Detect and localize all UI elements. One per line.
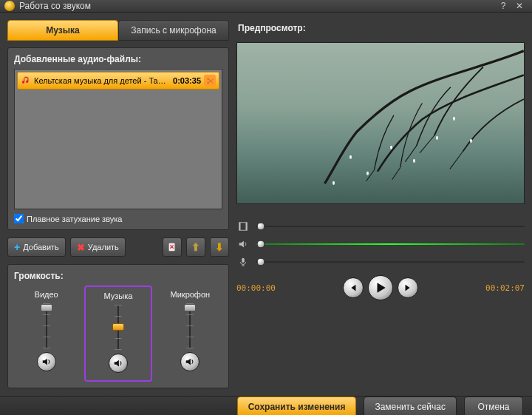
audio-file-duration: 0:03:35 [173,76,201,85]
volume-video-slider[interactable] [39,303,54,348]
preview-heading: Предпросмотр: [236,20,525,36]
volume-music-column: Музыка [84,286,151,382]
tab-microphone[interactable]: Запись с микрофона [118,20,229,41]
left-column: Музыка Запись с микрофона Добавленные ау… [7,20,229,388]
remove-file-button[interactable] [163,237,182,257]
volume-music-thumb[interactable] [112,323,124,331]
volume-mic-slider[interactable] [183,303,197,348]
audio-timeline-knob[interactable] [257,240,265,249]
video-preview[interactable] [236,42,525,204]
volume-music-label: Музыка [104,291,133,300]
tab-bar: Музыка Запись с микрофона [7,20,229,41]
file-buttons-row: + Добавить ✖ Удалить ⬆ ⬇ [7,237,229,257]
next-button[interactable] [398,277,418,298]
video-timeline-knob[interactable] [257,223,265,231]
audio-timeline-slider[interactable] [256,240,525,248]
audio-file-row[interactable]: Кельтская музыка для детей - Танец-ht...… [17,72,219,90]
files-panel: Добавленные аудио-файлы: Кельтская музык… [7,47,229,230]
video-track-row [236,220,525,232]
volume-panel: Громкость: Видео [7,264,229,388]
files-heading: Добавленные аудио-файлы: [14,54,222,64]
plus-icon: + [14,241,20,253]
window-title: Работа со звуком [19,1,495,11]
move-down-button[interactable]: ⬇ [210,237,229,257]
volume-video-label: Видео [35,290,58,299]
move-up-button[interactable]: ⬆ [186,237,205,257]
prev-button[interactable] [343,277,364,298]
volume-mic-column: Микрофон [158,286,222,382]
delete-button[interactable]: ✖ Удалить [70,237,126,257]
total-time: 00:02:07 [485,283,525,293]
audio-track-row [236,238,525,250]
svg-rect-4 [242,258,245,263]
right-column: Предпросмотр: [236,20,525,388]
film-icon [236,220,250,232]
playback-controls [343,275,418,300]
fade-checkbox-row[interactable]: Плавное затухание звука [14,214,222,223]
app-icon [4,1,15,11]
volume-mic-thumb[interactable] [184,304,196,311]
mute-music-button[interactable] [109,354,128,373]
mute-video-button[interactable] [37,352,56,371]
play-button[interactable] [368,275,393,300]
mic-timeline-slider[interactable] [256,258,525,266]
fade-label: Плавное затухание звука [27,215,122,223]
audio-file-list[interactable]: Кельтская музыка для детей - Танец-ht...… [14,69,222,209]
cancel-button[interactable]: Отмена [464,397,523,415]
mic-track-row [236,256,525,268]
playback-row: 00:00:00 00:02:07 [236,275,525,300]
add-button[interactable]: + Добавить [7,237,66,257]
volume-music-slider[interactable] [111,305,126,349]
svg-rect-3 [246,223,248,231]
tab-music[interactable]: Музыка [7,20,118,41]
arrow-up-icon: ⬆ [191,241,200,253]
mic-timeline-knob[interactable] [257,258,265,266]
scissors-icon[interactable] [204,75,216,87]
add-button-label: Добавить [23,243,59,252]
current-time: 00:00:00 [236,283,276,293]
close-button[interactable]: ✕ [511,0,528,12]
volume-video-thumb[interactable] [41,304,52,311]
video-timeline-slider[interactable] [256,223,525,230]
arrow-down-icon: ⬇ [215,241,224,253]
sound-editor-window: Работа со звуком ? ✕ Музыка Запись с мик… [0,0,532,415]
fade-checkbox[interactable] [14,214,24,223]
speaker-icon [236,238,250,250]
svg-rect-2 [239,223,241,231]
volume-video-column: Видео [14,286,78,382]
volume-heading: Громкость: [14,271,222,281]
audio-file-name: Кельтская музыка для детей - Танец-ht... [34,76,170,85]
note-icon [21,75,31,86]
x-icon: ✖ [77,242,85,253]
main-content: Музыка Запись с микрофона Добавленные ау… [0,13,532,396]
replace-button[interactable]: Заменить сейчас [364,397,457,415]
footer-bar: Сохранить изменения Заменить сейчас Отме… [0,396,532,415]
save-button[interactable]: Сохранить изменения [237,397,357,415]
mute-mic-button[interactable] [180,352,200,371]
volume-mic-label: Микрофон [171,290,211,299]
microphone-icon [236,256,250,268]
help-button[interactable]: ? [495,0,511,12]
titlebar: Работа со звуком ? ✕ [0,0,532,13]
delete-button-label: Удалить [88,243,119,252]
